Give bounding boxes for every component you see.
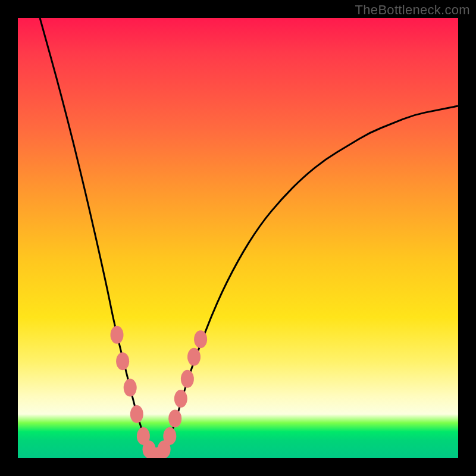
highlight-dot [187,348,201,366]
highlight-dot [130,405,143,423]
bottleneck-curve [40,18,458,458]
highlight-dot [181,370,194,388]
chart-frame: TheBottleneck.com [0,0,476,476]
highlight-dot [168,409,181,427]
watermark-text: TheBottleneck.com [355,2,470,18]
highlight-dots [111,326,208,458]
curve-svg [18,18,458,458]
highlight-dot [194,330,207,348]
highlight-dot [111,326,124,344]
highlight-dot [124,379,137,397]
highlight-dot [116,352,129,370]
highlight-dot [163,427,176,445]
plot-area [18,18,458,458]
highlight-dot [174,390,187,408]
bottleneck-curve-path [40,18,458,458]
